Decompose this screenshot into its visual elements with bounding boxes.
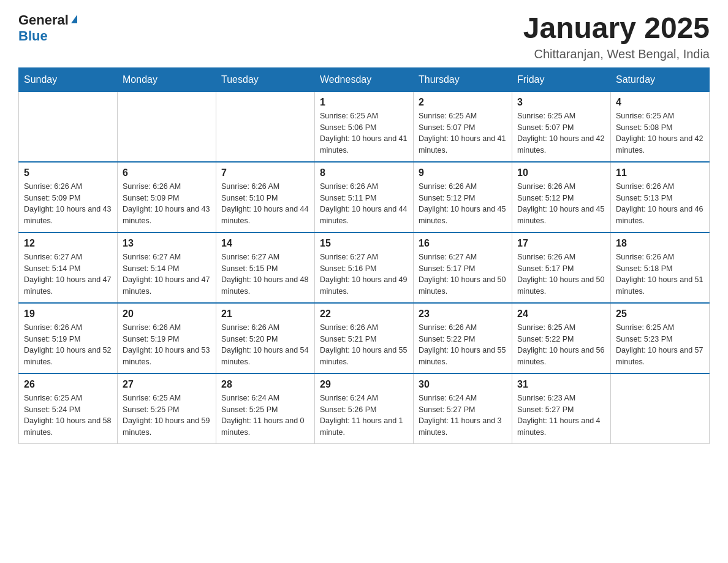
calendar-cell: 2Sunrise: 6:25 AM Sunset: 5:07 PM Daylig… xyxy=(414,91,512,162)
week-row-2: 5Sunrise: 6:26 AM Sunset: 5:09 PM Daylig… xyxy=(19,162,710,232)
day-info: Sunrise: 6:25 AM Sunset: 5:08 PM Dayligh… xyxy=(616,110,704,156)
day-info: Sunrise: 6:26 AM Sunset: 5:20 PM Dayligh… xyxy=(221,322,309,368)
day-info: Sunrise: 6:26 AM Sunset: 5:12 PM Dayligh… xyxy=(419,181,507,227)
calendar-cell: 30Sunrise: 6:24 AM Sunset: 5:27 PM Dayli… xyxy=(414,373,512,444)
page-header: General Blue January 2025 Chittaranjan, … xyxy=(18,12,710,61)
calendar-cell: 28Sunrise: 6:24 AM Sunset: 5:25 PM Dayli… xyxy=(216,373,315,444)
logo-triangle-icon xyxy=(71,15,77,23)
calendar-cell: 23Sunrise: 6:26 AM Sunset: 5:22 PM Dayli… xyxy=(414,303,512,373)
calendar-cell: 19Sunrise: 6:26 AM Sunset: 5:19 PM Dayli… xyxy=(19,303,118,373)
calendar-cell: 25Sunrise: 6:25 AM Sunset: 5:23 PM Dayli… xyxy=(611,303,710,373)
day-number: 17 xyxy=(517,238,605,249)
day-number: 22 xyxy=(320,308,408,320)
calendar-cell: 15Sunrise: 6:27 AM Sunset: 5:16 PM Dayli… xyxy=(315,232,414,303)
calendar-cell: 12Sunrise: 6:27 AM Sunset: 5:14 PM Dayli… xyxy=(19,232,118,303)
week-row-3: 12Sunrise: 6:27 AM Sunset: 5:14 PM Dayli… xyxy=(19,232,710,303)
day-info: Sunrise: 6:25 AM Sunset: 5:24 PM Dayligh… xyxy=(24,393,112,439)
calendar-table: SundayMondayTuesdayWednesdayThursdayFrid… xyxy=(18,67,710,444)
day-info: Sunrise: 6:26 AM Sunset: 5:22 PM Dayligh… xyxy=(419,322,507,368)
calendar-cell: 6Sunrise: 6:26 AM Sunset: 5:09 PM Daylig… xyxy=(118,162,216,232)
day-number: 2 xyxy=(419,97,507,108)
calendar-header: SundayMondayTuesdayWednesdayThursdayFrid… xyxy=(19,67,710,91)
calendar-cell: 21Sunrise: 6:26 AM Sunset: 5:20 PM Dayli… xyxy=(216,303,315,373)
day-info: Sunrise: 6:27 AM Sunset: 5:17 PM Dayligh… xyxy=(419,251,507,297)
calendar-cell: 9Sunrise: 6:26 AM Sunset: 5:12 PM Daylig… xyxy=(414,162,512,232)
day-info: Sunrise: 6:23 AM Sunset: 5:27 PM Dayligh… xyxy=(517,393,605,439)
calendar-cell: 16Sunrise: 6:27 AM Sunset: 5:17 PM Dayli… xyxy=(414,232,512,303)
calendar-cell: 10Sunrise: 6:26 AM Sunset: 5:12 PM Dayli… xyxy=(512,162,611,232)
calendar-cell: 3Sunrise: 6:25 AM Sunset: 5:07 PM Daylig… xyxy=(512,91,611,162)
day-number: 23 xyxy=(419,308,507,320)
calendar-cell xyxy=(611,373,710,444)
week-row-5: 26Sunrise: 6:25 AM Sunset: 5:24 PM Dayli… xyxy=(19,373,710,444)
week-row-4: 19Sunrise: 6:26 AM Sunset: 5:19 PM Dayli… xyxy=(19,303,710,373)
day-number: 9 xyxy=(419,167,507,178)
calendar-cell: 26Sunrise: 6:25 AM Sunset: 5:24 PM Dayli… xyxy=(19,373,118,444)
day-number: 26 xyxy=(24,379,112,390)
day-info: Sunrise: 6:26 AM Sunset: 5:17 PM Dayligh… xyxy=(517,251,605,297)
day-info: Sunrise: 6:26 AM Sunset: 5:13 PM Dayligh… xyxy=(616,181,704,227)
day-info: Sunrise: 6:26 AM Sunset: 5:09 PM Dayligh… xyxy=(24,181,112,227)
calendar-cell: 11Sunrise: 6:26 AM Sunset: 5:13 PM Dayli… xyxy=(611,162,710,232)
day-of-week-friday: Friday xyxy=(512,67,611,91)
day-info: Sunrise: 6:25 AM Sunset: 5:22 PM Dayligh… xyxy=(517,322,605,368)
day-number: 24 xyxy=(517,308,605,320)
day-of-week-saturday: Saturday xyxy=(611,67,710,91)
day-number: 25 xyxy=(616,308,704,320)
logo-general-text: General xyxy=(18,12,69,28)
day-info: Sunrise: 6:26 AM Sunset: 5:09 PM Dayligh… xyxy=(123,181,211,227)
calendar-cell: 4Sunrise: 6:25 AM Sunset: 5:08 PM Daylig… xyxy=(611,91,710,162)
day-number: 21 xyxy=(221,308,309,320)
page-title: January 2025 xyxy=(523,12,710,45)
day-number: 8 xyxy=(320,167,408,178)
day-of-week-sunday: Sunday xyxy=(19,67,118,91)
calendar-cell: 29Sunrise: 6:24 AM Sunset: 5:26 PM Dayli… xyxy=(315,373,414,444)
day-number: 4 xyxy=(616,97,704,108)
calendar-cell: 27Sunrise: 6:25 AM Sunset: 5:25 PM Dayli… xyxy=(118,373,216,444)
title-block: January 2025 Chittaranjan, West Bengal, … xyxy=(523,12,710,61)
day-number: 29 xyxy=(320,379,408,390)
day-number: 14 xyxy=(221,238,309,249)
day-info: Sunrise: 6:27 AM Sunset: 5:14 PM Dayligh… xyxy=(123,251,211,297)
day-info: Sunrise: 6:25 AM Sunset: 5:25 PM Dayligh… xyxy=(123,393,211,439)
days-of-week-row: SundayMondayTuesdayWednesdayThursdayFrid… xyxy=(19,67,710,91)
day-info: Sunrise: 6:25 AM Sunset: 5:07 PM Dayligh… xyxy=(517,110,605,156)
day-number: 7 xyxy=(221,167,309,178)
day-info: Sunrise: 6:27 AM Sunset: 5:14 PM Dayligh… xyxy=(24,251,112,297)
day-info: Sunrise: 6:24 AM Sunset: 5:27 PM Dayligh… xyxy=(419,393,507,439)
day-number: 20 xyxy=(123,308,211,320)
calendar-cell: 13Sunrise: 6:27 AM Sunset: 5:14 PM Dayli… xyxy=(118,232,216,303)
day-number: 11 xyxy=(616,167,704,178)
day-number: 12 xyxy=(24,238,112,249)
calendar-cell: 18Sunrise: 6:26 AM Sunset: 5:18 PM Dayli… xyxy=(611,232,710,303)
day-number: 27 xyxy=(123,379,211,390)
day-info: Sunrise: 6:25 AM Sunset: 5:07 PM Dayligh… xyxy=(419,110,507,156)
day-info: Sunrise: 6:24 AM Sunset: 5:25 PM Dayligh… xyxy=(221,393,309,439)
day-info: Sunrise: 6:26 AM Sunset: 5:10 PM Dayligh… xyxy=(221,181,309,227)
calendar-cell: 20Sunrise: 6:26 AM Sunset: 5:19 PM Dayli… xyxy=(118,303,216,373)
logo-blue-text: Blue xyxy=(18,28,48,44)
day-info: Sunrise: 6:26 AM Sunset: 5:21 PM Dayligh… xyxy=(320,322,408,368)
day-number: 1 xyxy=(320,97,408,108)
day-number: 3 xyxy=(517,97,605,108)
day-info: Sunrise: 6:26 AM Sunset: 5:19 PM Dayligh… xyxy=(123,322,211,368)
calendar-cell: 24Sunrise: 6:25 AM Sunset: 5:22 PM Dayli… xyxy=(512,303,611,373)
day-of-week-monday: Monday xyxy=(118,67,216,91)
day-number: 31 xyxy=(517,379,605,390)
week-row-1: 1Sunrise: 6:25 AM Sunset: 5:06 PM Daylig… xyxy=(19,91,710,162)
page-subtitle: Chittaranjan, West Bengal, India xyxy=(523,47,710,61)
day-number: 5 xyxy=(24,167,112,178)
day-number: 13 xyxy=(123,238,211,249)
calendar-cell: 22Sunrise: 6:26 AM Sunset: 5:21 PM Dayli… xyxy=(315,303,414,373)
day-info: Sunrise: 6:26 AM Sunset: 5:19 PM Dayligh… xyxy=(24,322,112,368)
day-number: 18 xyxy=(616,238,704,249)
logo: General Blue xyxy=(18,12,77,44)
day-of-week-tuesday: Tuesday xyxy=(216,67,315,91)
day-number: 10 xyxy=(517,167,605,178)
calendar-cell: 8Sunrise: 6:26 AM Sunset: 5:11 PM Daylig… xyxy=(315,162,414,232)
calendar-cell xyxy=(19,91,118,162)
calendar-body: 1Sunrise: 6:25 AM Sunset: 5:06 PM Daylig… xyxy=(19,91,710,443)
day-info: Sunrise: 6:25 AM Sunset: 5:23 PM Dayligh… xyxy=(616,322,704,368)
day-number: 16 xyxy=(419,238,507,249)
calendar-cell: 31Sunrise: 6:23 AM Sunset: 5:27 PM Dayli… xyxy=(512,373,611,444)
